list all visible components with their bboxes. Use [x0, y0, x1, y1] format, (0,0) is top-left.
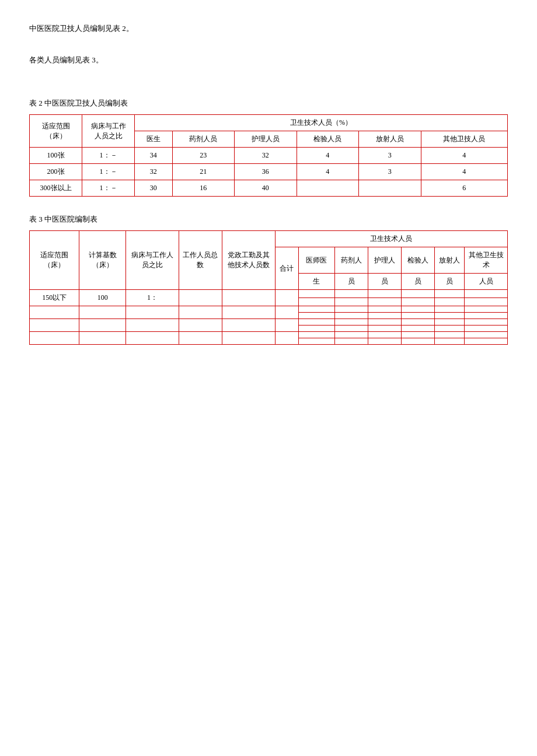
table3-sub-pharmacy2: 员 — [335, 274, 368, 290]
table3-sub-lab: 检验人 — [402, 247, 435, 274]
table3-sub-nurse2: 员 — [368, 274, 402, 290]
table2-span-header: 卫生技术人员（%） — [135, 115, 508, 131]
table3-col-total: 工作人员总数 — [179, 231, 222, 290]
table3-span-header: 卫生技术人员 — [275, 231, 507, 247]
table3-sub-radio: 放射人 — [434, 247, 464, 274]
table-row: 150以下 100 1： — [30, 290, 508, 298]
intro-text-2: 各类人员编制见表 3。 — [29, 55, 508, 65]
table2-col-radio: 放射人员 — [359, 131, 421, 148]
table2-col-nurse: 护理人员 — [235, 131, 297, 148]
table2-col-lab: 检验人员 — [297, 131, 359, 148]
table2-col-doctor: 医生 — [135, 131, 173, 148]
table3-sub-pharmacy: 药剂人 — [335, 247, 368, 274]
table-row: 200张 1：－ 32 21 36 4 3 4 — [30, 164, 508, 180]
table-row — [30, 332, 508, 338]
table3-col-range: 适应范围（床） — [30, 231, 79, 290]
table3-sub-doctor: 医师医 — [298, 247, 335, 274]
table-row: 100张 1：－ 34 23 32 4 3 4 — [30, 148, 508, 164]
table3-sub-other2: 人员 — [465, 274, 508, 290]
table-row: 300张以上 1：－ 30 16 40 6 — [30, 180, 508, 197]
table3-sub-radio2: 员 — [434, 274, 464, 290]
table3-title: 表 3 中医医院编制表 — [29, 214, 508, 225]
table3-sub-doctor2: 生 — [298, 274, 335, 290]
table2-title: 表 2 中医医院卫技人员编制表 — [29, 98, 508, 108]
table3-sub-lab2: 员 — [402, 274, 435, 290]
table3-sub-total: 合计 — [275, 247, 298, 290]
table2: 适应范围（床） 病床与工作人员之比 卫生技术人员（%） 医生 药剂人员 护理人员… — [29, 114, 508, 197]
table-row — [30, 306, 508, 313]
table2-col-ratio: 病床与工作人员之比 — [82, 115, 135, 148]
table3-col-ratio: 病床与工作人员之比 — [125, 231, 179, 290]
table3-sub-nurse: 护理人 — [368, 247, 402, 274]
table3-sub-other: 其他卫生技术 — [465, 247, 508, 274]
table3-col-base: 计算基数（床） — [79, 231, 126, 290]
intro-text-1: 中医医院卫技人员编制见表 2。 — [29, 23, 508, 34]
table2-col-other: 其他卫技人员 — [421, 131, 507, 148]
table-row — [30, 319, 508, 326]
table2-col-range: 适应范围（床） — [30, 115, 82, 148]
table3: 适应范围（床） 计算基数（床） 病床与工作人员之比 工作人员总数 党政工勤及其他… — [29, 230, 508, 345]
table3-col-other: 党政工勤及其他技术人员数 — [222, 231, 275, 290]
table2-col-pharmacy: 药剂人员 — [172, 131, 235, 148]
